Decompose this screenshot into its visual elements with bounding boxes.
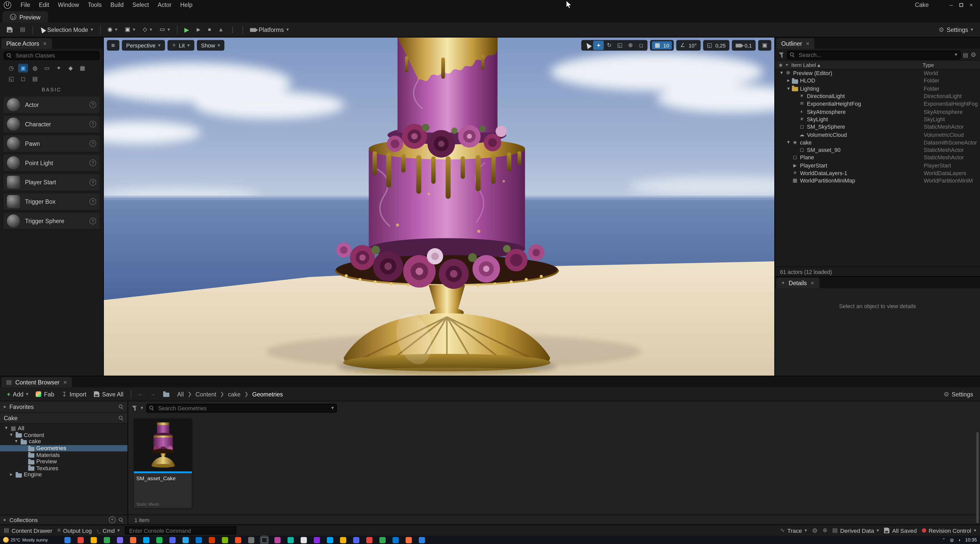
taskbar-app-icon[interactable] bbox=[182, 537, 188, 543]
place-actor-item[interactable]: Pawn bbox=[3, 135, 100, 153]
surface-snap-icon[interactable] bbox=[636, 41, 646, 50]
taskbar-app-icon[interactable] bbox=[156, 537, 162, 543]
tree-item-content[interactable]: Content bbox=[0, 432, 127, 438]
place-actor-item[interactable]: Point Light bbox=[3, 154, 100, 172]
maximize-button[interactable] bbox=[956, 0, 966, 9]
outliner-row[interactable]: HLODFolder bbox=[775, 77, 980, 85]
help-icon[interactable] bbox=[89, 179, 96, 186]
search-icon[interactable] bbox=[119, 415, 124, 420]
outliner-row[interactable]: PlaneStaticMeshActor bbox=[775, 154, 980, 162]
scale-tool-icon[interactable] bbox=[614, 41, 625, 50]
details-tab[interactable]: Details bbox=[776, 277, 819, 288]
help-icon[interactable] bbox=[89, 218, 96, 224]
show-dropdown[interactable]: Show bbox=[197, 40, 224, 51]
menu-select[interactable]: Select bbox=[128, 1, 153, 8]
console-command-bar[interactable] bbox=[125, 527, 236, 534]
outliner-row[interactable]: PlayerStartPlayerStart bbox=[775, 162, 980, 169]
breadcrumb-content[interactable]: Content bbox=[196, 391, 216, 398]
derived-data-dropdown[interactable]: Derived Data bbox=[832, 527, 879, 533]
search-icon[interactable] bbox=[119, 404, 124, 409]
unreal-logo-icon[interactable] bbox=[4, 1, 11, 8]
content-drawer-button[interactable]: Content Drawer bbox=[4, 527, 52, 533]
chevron-down-icon[interactable] bbox=[331, 406, 334, 410]
taskbar-app-icon[interactable] bbox=[208, 537, 215, 543]
help-icon[interactable] bbox=[89, 101, 96, 108]
tray-expand-icon[interactable]: ⌃ bbox=[942, 538, 945, 542]
content-browser-tab[interactable]: Content Browser bbox=[1, 377, 72, 388]
chevron-down-icon[interactable] bbox=[955, 52, 957, 58]
place-actor-item[interactable]: Trigger Sphere bbox=[3, 212, 100, 230]
camera-speed-value[interactable]: 0,1 bbox=[744, 42, 754, 48]
save-all-button[interactable]: Save All bbox=[91, 388, 127, 400]
cinematic-category-icon[interactable]: ▭ bbox=[42, 64, 52, 73]
world-space-icon[interactable] bbox=[625, 41, 636, 50]
status-network-icon[interactable] bbox=[822, 528, 827, 533]
volume-icon[interactable]: ◖ bbox=[958, 538, 961, 542]
place-actors-search[interactable] bbox=[4, 51, 100, 60]
outliner-row[interactable]: LightingFolder bbox=[775, 85, 980, 92]
taskbar-app-icon[interactable] bbox=[392, 537, 398, 543]
status-settings-icon[interactable] bbox=[812, 527, 818, 533]
basic-category-icon[interactable]: ▣ bbox=[18, 64, 28, 73]
tree-item-all[interactable]: All bbox=[0, 425, 127, 432]
collections-bar[interactable]: Collections bbox=[0, 515, 127, 525]
viewport-scene[interactable] bbox=[104, 38, 775, 376]
taskbar-app-icon[interactable] bbox=[195, 537, 201, 543]
all-saved-indicator[interactable]: All Saved bbox=[884, 527, 917, 533]
cinematics-button[interactable] bbox=[156, 24, 173, 35]
add-collection-icon[interactable] bbox=[109, 517, 116, 523]
taskbar-app-icon[interactable] bbox=[327, 537, 333, 543]
nav-back-button[interactable] bbox=[135, 388, 146, 400]
trace-dropdown[interactable]: Trace bbox=[780, 527, 807, 533]
lights-category-icon[interactable]: ◍ bbox=[30, 64, 40, 73]
grid-snap-icon[interactable] bbox=[652, 41, 663, 50]
outliner-row[interactable]: SM_SkySphereStaticMeshActor bbox=[775, 123, 980, 131]
type-column[interactable]: Type bbox=[923, 62, 977, 68]
filter-icon[interactable] bbox=[779, 52, 784, 58]
output-log-button[interactable]: Output Log bbox=[57, 527, 92, 533]
asset-sm-asset-cake[interactable]: SM_asset_Cake Static Mesh bbox=[133, 418, 192, 509]
place-actor-item[interactable]: Trigger Box bbox=[3, 192, 100, 211]
place-actor-item[interactable]: Actor bbox=[3, 96, 100, 114]
visual-effects-category-icon[interactable]: ✦ bbox=[54, 64, 64, 73]
volumes-category-icon[interactable]: ▦ bbox=[78, 64, 88, 73]
place-actors-tab[interactable]: Place Actors bbox=[1, 38, 52, 49]
perspective-dropdown[interactable]: Perspective bbox=[122, 40, 165, 51]
menu-help[interactable]: Help bbox=[176, 1, 197, 8]
minimize-button[interactable]: – bbox=[946, 0, 956, 9]
menu-window[interactable]: Window bbox=[54, 1, 83, 8]
menu-edit[interactable]: Edit bbox=[35, 1, 53, 8]
import-button[interactable]: Import bbox=[59, 388, 89, 400]
shapes-category-icon[interactable]: ◻ bbox=[18, 74, 28, 83]
view-mode-dropdown[interactable]: Lit bbox=[167, 40, 194, 51]
asset-scrollbar[interactable] bbox=[976, 432, 979, 524]
selection-mode-dropdown[interactable]: Selection Mode bbox=[37, 24, 96, 35]
asset-search[interactable] bbox=[146, 404, 337, 412]
add-actor-button[interactable] bbox=[104, 24, 121, 35]
outliner-row[interactable]: VolumetricCloudVolumetricCloud bbox=[775, 131, 980, 138]
taskbar-app-icon[interactable] bbox=[366, 537, 372, 543]
close-icon[interactable] bbox=[811, 280, 814, 286]
menu-build[interactable]: Build bbox=[106, 1, 128, 8]
outliner-tab[interactable]: Outliner bbox=[776, 38, 815, 49]
wifi-icon[interactable]: ◍ bbox=[950, 538, 954, 542]
search-classes-input[interactable] bbox=[14, 52, 96, 59]
taskbar-unreal-engine-icon[interactable] bbox=[261, 537, 267, 543]
clock[interactable]: 10:35 bbox=[965, 537, 977, 543]
rotate-tool-icon[interactable] bbox=[604, 41, 614, 50]
taskbar-app-icon[interactable] bbox=[221, 537, 228, 543]
close-button[interactable]: × bbox=[966, 0, 976, 9]
tree-item-textures[interactable]: Textures bbox=[0, 465, 127, 471]
outliner-search[interactable] bbox=[787, 51, 960, 59]
camera-speed-icon[interactable] bbox=[733, 41, 744, 50]
revision-control-dropdown[interactable]: Revision Control bbox=[922, 527, 977, 533]
maximize-viewport-icon[interactable] bbox=[759, 41, 770, 50]
pin-column-icon[interactable] bbox=[785, 62, 789, 67]
tree-item-cake[interactable]: cake bbox=[0, 438, 127, 445]
breadcrumb-cake[interactable]: cake bbox=[228, 391, 240, 398]
eject-button[interactable] bbox=[215, 24, 225, 35]
menu-file[interactable]: File bbox=[16, 1, 35, 8]
path-folder-button[interactable] bbox=[160, 388, 172, 400]
taskbar-app-icon[interactable] bbox=[248, 537, 254, 543]
help-icon[interactable] bbox=[89, 140, 96, 147]
